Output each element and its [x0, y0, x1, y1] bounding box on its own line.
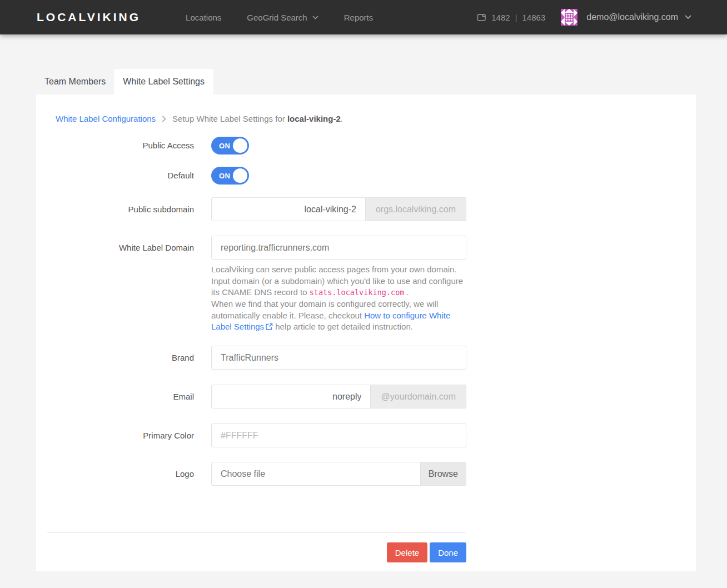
logo-file-input[interactable]: Choose file Browse — [211, 462, 466, 486]
primary-color-label: Primary Color — [47, 423, 194, 447]
subdomain-suffix-addon: orgs.localviking.com — [366, 197, 466, 221]
breadcrumb: White Label Configurations Setup White L… — [56, 114, 466, 123]
delete-button[interactable]: Delete — [387, 542, 427, 562]
toggle-state-label: ON — [219, 142, 231, 150]
white-label-settings-panel: White Label Configurations Setup White L… — [36, 94, 696, 571]
white-label-domain-help: LocalViking can serve public access page… — [211, 264, 466, 333]
default-toggle[interactable]: ON — [211, 167, 249, 185]
primary-color-input[interactable] — [211, 423, 466, 447]
public-subdomain-label: Public subdomain — [47, 197, 194, 221]
default-label: Default — [47, 167, 194, 185]
default-row: Default ON — [47, 167, 466, 185]
navbar-right: 1482 | 14863 — [477, 9, 691, 26]
footer-divider — [47, 532, 466, 533]
email-row: Email @yourdomain.com — [47, 385, 466, 408]
top-navbar: LOCALVIKING Locations GeoGrid Search Rep… — [0, 0, 727, 34]
credit-count-secondary: 14863 — [522, 13, 546, 22]
logo-label: Logo — [47, 462, 194, 486]
brand-label: Brand — [47, 346, 194, 370]
white-label-domain-label: White Label Domain — [47, 236, 194, 333]
brand-row: Brand — [47, 346, 466, 370]
chevron-down-icon[interactable] — [685, 15, 691, 19]
nav-item-locations[interactable]: Locations — [173, 8, 234, 27]
localviking-logo[interactable]: LOCALVIKING — [37, 11, 141, 24]
nav-item-reports[interactable]: Reports — [331, 8, 386, 27]
credits-counter: 1482 | 14863 — [477, 13, 545, 22]
user-email[interactable]: demo@localviking.com — [586, 12, 678, 22]
nav-item-geogrid-search[interactable]: GeoGrid Search — [234, 8, 331, 27]
footer-actions: Delete Done — [47, 542, 466, 562]
nav-item-label: Locations — [186, 13, 221, 22]
public-subdomain-row: Public subdomain orgs.localviking.com — [47, 197, 466, 221]
nav-item-label: Reports — [344, 13, 374, 22]
email-label: Email — [47, 385, 194, 408]
credit-count-primary: 1482 — [491, 13, 510, 22]
browse-button[interactable]: Browse — [420, 462, 466, 485]
breadcrumb-current: Setup White Label Settings for local-vik… — [172, 114, 343, 123]
external-link-icon — [266, 322, 273, 333]
credit-divider: | — [515, 13, 517, 22]
cname-target-code: stats.localviking.com — [310, 288, 405, 297]
tab-white-label-settings[interactable]: White Label Settings — [114, 69, 213, 94]
nav-item-label: GeoGrid Search — [247, 13, 307, 22]
public-access-toggle[interactable]: ON — [211, 137, 249, 155]
logo-row: Logo Choose file Browse — [47, 462, 466, 486]
tab-team-members[interactable]: Team Members — [36, 69, 114, 94]
email-domain-addon: @yourdomain.com — [371, 385, 466, 408]
white-label-domain-input[interactable] — [211, 236, 466, 260]
public-access-row: Public Access ON — [47, 137, 466, 155]
file-chosen-text: Choose file — [212, 462, 420, 485]
settings-tabs: Team Members White Label Settings — [36, 69, 727, 94]
wallet-icon — [477, 13, 486, 22]
public-subdomain-input[interactable] — [211, 197, 366, 221]
brand-input[interactable] — [211, 346, 466, 370]
done-button[interactable]: Done — [430, 542, 466, 562]
white-label-domain-row: White Label Domain LocalViking can serve… — [47, 236, 466, 333]
public-access-label: Public Access — [47, 137, 194, 155]
primary-color-row: Primary Color — [47, 423, 466, 447]
toggle-knob — [233, 138, 247, 153]
toggle-knob — [233, 168, 247, 183]
chevron-down-icon — [312, 16, 318, 19]
breadcrumb-entity-name: local-viking-2 — [287, 114, 341, 123]
avatar[interactable] — [561, 9, 577, 26]
main-nav: Locations GeoGrid Search Reports — [173, 8, 386, 27]
chevron-right-icon — [162, 116, 166, 122]
toggle-state-label: ON — [219, 172, 231, 180]
email-local-part-input[interactable] — [211, 385, 371, 408]
breadcrumb-link-configurations[interactable]: White Label Configurations — [56, 114, 156, 123]
